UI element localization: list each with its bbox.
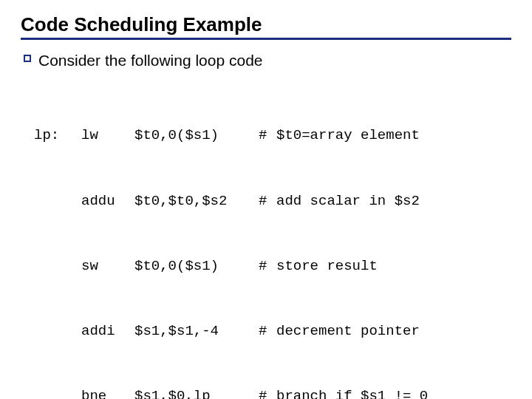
code-label: [34, 256, 81, 277]
code-label: lp:: [34, 125, 81, 146]
code-comment: branch if $s1 != 0: [276, 386, 511, 399]
bullet-consider-text: Consider the following loop code: [38, 50, 263, 71]
code-op: addi: [81, 321, 134, 342]
code-row: addu $t0,$t0,$s2 # add scalar in $s2: [34, 191, 511, 212]
code-hash: #: [259, 125, 276, 146]
code-args: $s1,$0,lp: [134, 386, 259, 399]
code-row: lp: lw $t0,0($s1) # $t0=array element: [34, 125, 511, 146]
code-row: sw $t0,0($s1) # store result: [34, 256, 511, 277]
code-label: [34, 386, 81, 399]
code-hash: #: [259, 386, 276, 399]
code-args: $t0,0($s1): [134, 125, 259, 146]
code-args: $t0,$t0,$s2: [134, 191, 259, 212]
code-args: $t0,0($s1): [134, 256, 259, 277]
code-args: $s1,$s1,-4: [134, 321, 259, 342]
code-op: lw: [81, 125, 134, 146]
code-op: addu: [81, 191, 134, 212]
code-block: lp: lw $t0,0($s1) # $t0=array element ad…: [34, 81, 511, 399]
code-hash: #: [259, 256, 276, 277]
code-row: bne $s1,$0,lp # branch if $s1 != 0: [34, 386, 511, 399]
code-comment: add scalar in $s2: [276, 191, 511, 212]
bullet-consider: Consider the following loop code: [24, 50, 511, 71]
code-comment: decrement pointer: [276, 321, 511, 342]
code-label: [34, 191, 81, 212]
code-hash: #: [259, 191, 276, 212]
slide: Code Scheduling Example Consider the fol…: [0, 0, 532, 399]
code-comment: $t0=array element: [276, 125, 511, 146]
code-comment: store result: [276, 256, 511, 277]
code-row: addi $s1,$s1,-4 # decrement pointer: [34, 321, 511, 342]
code-op: sw: [81, 256, 134, 277]
title-underline: Code Scheduling Example: [21, 13, 511, 40]
page-title: Code Scheduling Example: [21, 13, 511, 36]
code-label: [34, 321, 81, 342]
square-bullet-icon: [24, 55, 31, 62]
code-op: bne: [81, 386, 134, 399]
code-hash: #: [259, 321, 276, 342]
